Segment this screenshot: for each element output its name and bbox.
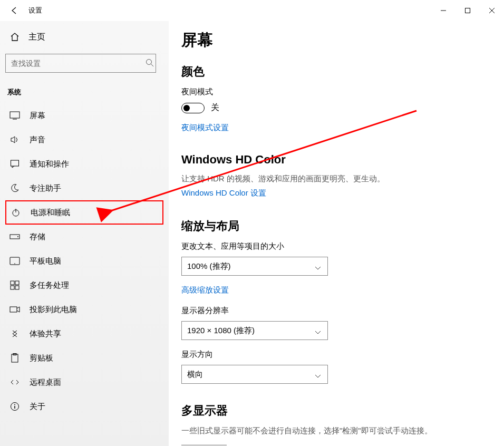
svg-rect-1 <box>466 8 470 13</box>
sidebar-item-label: 声音 <box>30 135 45 145</box>
night-mode-toggle[interactable] <box>181 103 205 113</box>
svg-rect-8 <box>11 160 19 166</box>
svg-line-5 <box>151 64 154 67</box>
search-icon <box>146 59 154 69</box>
sidebar-item-multitask[interactable]: 多任务处理 <box>5 273 163 297</box>
section-hdcolor-heading: Windows HD Color <box>181 153 488 167</box>
resolution-select[interactable]: 1920 × 1080 (推荐) <box>181 321 328 340</box>
advanced-scale-link[interactable]: 高级缩放设置 <box>181 285 229 295</box>
night-mode-state: 关 <box>211 102 219 113</box>
text-size-value: 100% (推荐) <box>187 261 231 272</box>
title-bar: 设置 <box>0 0 504 21</box>
sidebar-item-clipboard[interactable]: 剪贴板 <box>5 346 163 370</box>
section-scale-heading: 缩放与布局 <box>181 218 488 234</box>
svg-point-4 <box>147 60 152 65</box>
minimize-button[interactable] <box>431 0 455 21</box>
page-title: 屏幕 <box>181 30 488 51</box>
hdcolor-desc: 让支持 HDR 的视频、游戏和应用的画面更明亮、更生动。 <box>181 174 488 184</box>
sidebar-item-label: 投影到此电脑 <box>30 305 77 315</box>
project-icon <box>9 304 20 315</box>
sidebar-item-display[interactable]: 屏幕 <box>5 103 163 128</box>
search-input[interactable] <box>5 54 156 73</box>
sidebar-item-label: 平板电脑 <box>30 256 61 266</box>
sound-icon <box>9 134 20 145</box>
search-wrap <box>5 54 163 73</box>
chevron-down-icon <box>315 372 321 381</box>
section-color-heading: 颜色 <box>181 64 488 80</box>
clipboard-icon <box>9 353 20 363</box>
sidebar-item-storage[interactable]: 存储 <box>5 225 163 249</box>
svg-rect-19 <box>10 307 17 312</box>
window-title: 设置 <box>28 6 42 15</box>
chevron-down-icon <box>315 264 321 273</box>
sidebar-item-label: 屏幕 <box>30 111 45 121</box>
resolution-value: 1920 × 1080 (推荐) <box>187 326 255 336</box>
sidebar-item-label: 专注助手 <box>30 183 61 193</box>
multitask-icon <box>9 280 20 290</box>
resolution-label: 显示器分辨率 <box>181 306 488 316</box>
moon-icon <box>9 183 20 193</box>
sidebar: 主页 系统 屏幕 声音 通知和操作 专注助手 <box>0 21 169 446</box>
tablet-icon <box>9 256 20 266</box>
main-content: 屏幕 颜色 夜间模式 关 夜间模式设置 Windows HD Color 让支持… <box>169 21 504 446</box>
sidebar-item-notifications[interactable]: 通知和操作 <box>5 152 163 176</box>
sidebar-item-sound[interactable]: 声音 <box>5 128 163 152</box>
about-icon <box>9 401 20 412</box>
sidebar-item-label: 关于 <box>30 402 45 412</box>
display-icon <box>9 110 20 121</box>
sidebar-nav: 屏幕 声音 通知和操作 专注助手 电源和睡眠 存储 <box>5 103 163 419</box>
home-label: 主页 <box>28 32 45 43</box>
sidebar-item-label: 通知和操作 <box>30 159 69 169</box>
orientation-label: 显示方向 <box>181 350 488 360</box>
multi-desc: 一些旧式显示器可能不会进行自动连接，选择"检测"即可尝试手动连接。 <box>181 426 488 436</box>
orientation-value: 横向 <box>187 370 203 380</box>
home-icon <box>9 32 20 42</box>
close-button[interactable] <box>480 0 504 21</box>
section-multi-heading: 多显示器 <box>181 403 488 419</box>
sidebar-item-label: 多任务处理 <box>30 280 69 290</box>
svg-point-23 <box>14 404 15 405</box>
sidebar-item-shared[interactable]: 体验共享 <box>5 322 163 346</box>
svg-rect-18 <box>15 286 19 289</box>
message-icon <box>9 159 20 169</box>
sidebar-item-label: 剪贴板 <box>30 353 53 363</box>
sidebar-item-label: 远程桌面 <box>30 377 61 387</box>
sidebar-item-about[interactable]: 关于 <box>5 394 163 419</box>
sidebar-item-focus[interactable]: 专注助手 <box>5 176 163 200</box>
sidebar-item-remote[interactable]: 远程桌面 <box>5 370 163 394</box>
orientation-select[interactable]: 横向 <box>181 365 328 384</box>
night-mode-settings-link[interactable]: 夜间模式设置 <box>181 123 229 133</box>
svg-point-14 <box>14 263 15 264</box>
sidebar-item-label: 存储 <box>30 232 45 242</box>
sidebar-item-project[interactable]: 投影到此电脑 <box>5 297 163 322</box>
svg-rect-6 <box>10 112 20 118</box>
svg-point-12 <box>17 236 18 237</box>
text-size-label: 更改文本、应用等项目的大小 <box>181 241 488 251</box>
maximize-button[interactable] <box>455 0 480 21</box>
sidebar-item-label: 体验共享 <box>30 329 61 339</box>
remote-icon <box>9 377 20 387</box>
back-button[interactable] <box>11 7 18 14</box>
svg-rect-15 <box>11 281 14 285</box>
sidebar-item-tablet[interactable]: 平板电脑 <box>5 249 163 273</box>
night-mode-label: 夜间模式 <box>181 87 488 97</box>
sidebar-item-label: 电源和睡眠 <box>31 208 70 218</box>
text-size-select[interactable]: 100% (推荐) <box>181 257 328 276</box>
svg-rect-17 <box>11 286 14 289</box>
svg-rect-16 <box>15 281 19 285</box>
sidebar-item-power[interactable]: 电源和睡眠 <box>5 200 163 225</box>
svg-rect-20 <box>12 354 18 362</box>
power-icon <box>11 207 21 218</box>
shared-icon <box>9 328 20 339</box>
sidebar-group-label: 系统 <box>7 88 163 97</box>
hdcolor-settings-link[interactable]: Windows HD Color 设置 <box>181 188 266 198</box>
chevron-down-icon <box>315 328 321 337</box>
home-button[interactable]: 主页 <box>5 26 163 47</box>
storage-icon <box>9 231 20 242</box>
